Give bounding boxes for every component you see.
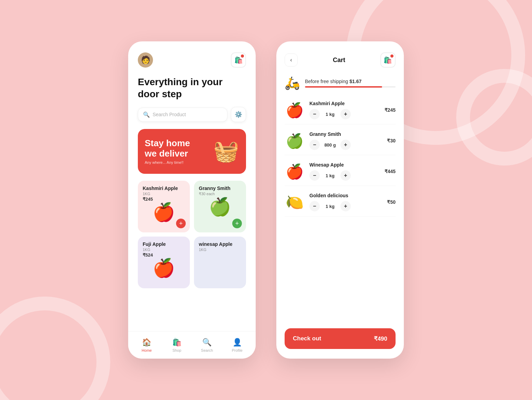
product-image: 🍏	[199, 198, 241, 216]
qty-control: − 1 kg +	[309, 109, 374, 119]
avatar: 🧑	[138, 52, 153, 68]
scooter-icon: 🛵	[285, 76, 300, 90]
cart-item: 🍋 Golden delicious − 1 kg + ₹50	[285, 188, 396, 217]
product-card-kashmiri: Kashmiri Apple 1KG ₹245 🍎 +	[138, 181, 190, 232]
item-price: ₹445	[378, 169, 396, 174]
product-grid: Kashmiri Apple 1KG ₹245 🍎 + Granny Smith…	[128, 181, 256, 288]
promo-banner: Stay home we deliver Any where... Any ti…	[138, 129, 246, 174]
qty-value: 800 g	[324, 142, 336, 148]
qty-increase-button[interactable]: +	[340, 170, 351, 181]
checkout-price: ₹490	[374, 335, 387, 342]
item-image: 🍎	[285, 161, 305, 181]
product-price: ₹524	[143, 252, 185, 258]
cart-icon-button[interactable]: 🛍️	[380, 52, 396, 68]
cart-items-list: 🍎 Kashmiri Apple − 1 kg + ₹245 🍏 Granny …	[276, 96, 404, 217]
product-image: 🍎	[143, 203, 185, 221]
item-price: ₹50	[378, 199, 396, 205]
item-info: Golden delicious − 1 kg +	[309, 193, 374, 211]
search-row: 🔍 Search Product ⚙️	[128, 107, 256, 129]
bottom-nav: 🏠 Home 🛍️ Shop 🔍 Search 👤 Profile	[128, 331, 256, 359]
item-name: Granny Smith	[309, 131, 374, 137]
search-icon: 🔍	[143, 111, 150, 118]
add-to-cart-button[interactable]: +	[232, 219, 242, 228]
shipping-text: Before free shipping $1.67	[305, 79, 396, 84]
cart-header: ‹ Cart 🛍️	[276, 41, 404, 73]
bg-circle-3	[456, 69, 532, 166]
qty-control: − 1 kg +	[309, 201, 374, 211]
product-card-granny: Granny Smith ₹30 each 🍏 +	[194, 181, 246, 232]
cart-button[interactable]: 🛍️	[231, 52, 246, 68]
qty-value: 1 kg	[324, 173, 336, 178]
checkout-label: Check out	[293, 335, 321, 342]
cart-item: 🍏 Granny Smith − 800 g + ₹30	[285, 127, 396, 155]
item-info: Winesap Apple − 1 kg +	[309, 162, 374, 181]
product-name: Granny Smith	[199, 186, 241, 191]
item-info: Kashmiri Apple − 1 kg +	[309, 101, 374, 119]
item-name: Golden delicious	[309, 193, 374, 198]
cart-item: 🍎 Winesap Apple − 1 kg + ₹445	[285, 157, 396, 186]
back-button[interactable]: ‹	[285, 53, 298, 67]
nav-home-label: Home	[142, 348, 152, 352]
item-name: Kashmiri Apple	[309, 101, 374, 106]
shop-icon: 🛍️	[172, 338, 182, 347]
qty-decrease-button[interactable]: −	[309, 201, 320, 211]
qty-control: − 800 g +	[309, 140, 374, 150]
profile-icon: 👤	[233, 338, 242, 347]
nav-profile-label: Profile	[232, 348, 243, 352]
nav-profile[interactable]: 👤 Profile	[227, 338, 247, 352]
product-weight: 1KG	[143, 248, 185, 252]
nav-search[interactable]: 🔍 Search	[197, 338, 217, 352]
shipping-bar: 🛵 Before free shipping $1.67	[285, 76, 396, 90]
add-to-cart-button[interactable]: +	[176, 219, 186, 228]
product-name: Kashmiri Apple	[143, 186, 185, 191]
bg-circle-2	[0, 297, 110, 400]
qty-decrease-button[interactable]: −	[309, 109, 320, 119]
item-price: ₹30	[378, 138, 396, 143]
qty-increase-button[interactable]: +	[340, 109, 351, 119]
search-nav-icon: 🔍	[202, 338, 212, 347]
product-card-fuji: Fuji Apple 1KG ₹524 🍎	[138, 237, 190, 288]
qty-value: 1 kg	[324, 204, 336, 209]
product-price: ₹30 each	[199, 192, 241, 196]
search-placeholder: Search Product	[153, 112, 186, 117]
qty-increase-button[interactable]: +	[340, 140, 351, 150]
banner-subtitle: Any where... Any time!!	[145, 160, 190, 164]
item-price: ₹245	[378, 107, 396, 113]
nav-search-label: Search	[201, 348, 213, 352]
cart-notification-dot	[241, 54, 244, 58]
shipping-progress-fill	[305, 86, 382, 88]
cart-notification-dot	[390, 54, 393, 58]
item-image: 🍋	[285, 192, 305, 212]
product-name: winesap Apple	[199, 241, 241, 247]
banner-image: 🧺	[213, 141, 239, 162]
hero-title: Everything in your door step	[128, 73, 256, 107]
cart-title: Cart	[333, 57, 345, 64]
left-phone: 🧑 🛍️ Everything in your door step 🔍 Sear…	[128, 41, 256, 359]
qty-control: − 1 kg +	[309, 170, 374, 181]
item-image: 🍎	[285, 100, 305, 120]
nav-shop-label: Shop	[172, 348, 181, 352]
search-box[interactable]: 🔍 Search Product	[138, 108, 227, 122]
product-image: 🍎	[143, 259, 185, 277]
qty-value: 1 kg	[324, 112, 336, 117]
item-name: Winesap Apple	[309, 162, 374, 168]
banner-headline: Stay home we deliver	[145, 138, 190, 159]
product-price: ₹245	[143, 197, 185, 202]
cart-item: 🍎 Kashmiri Apple − 1 kg + ₹245	[285, 96, 396, 124]
nav-home[interactable]: 🏠 Home	[136, 338, 157, 352]
product-name: Fuji Apple	[143, 241, 185, 247]
item-image: 🍏	[285, 131, 305, 151]
shipping-text-block: Before free shipping $1.67	[305, 79, 396, 88]
checkout-button[interactable]: Check out ₹490	[285, 328, 396, 349]
item-info: Granny Smith − 800 g +	[309, 131, 374, 150]
product-weight: 1KG	[143, 192, 185, 196]
phones-container: 🧑 🛍️ Everything in your door step 🔍 Sear…	[128, 41, 404, 359]
right-phone: ‹ Cart 🛍️ 🛵 Before free shipping $1.67	[276, 41, 404, 359]
qty-decrease-button[interactable]: −	[309, 170, 320, 181]
filter-button[interactable]: ⚙️	[231, 107, 246, 122]
nav-shop[interactable]: 🛍️ Shop	[166, 338, 187, 352]
shipping-progress-bar	[305, 86, 396, 88]
qty-increase-button[interactable]: +	[340, 201, 351, 211]
qty-decrease-button[interactable]: −	[309, 140, 320, 150]
left-header: 🧑 🛍️	[128, 41, 256, 73]
